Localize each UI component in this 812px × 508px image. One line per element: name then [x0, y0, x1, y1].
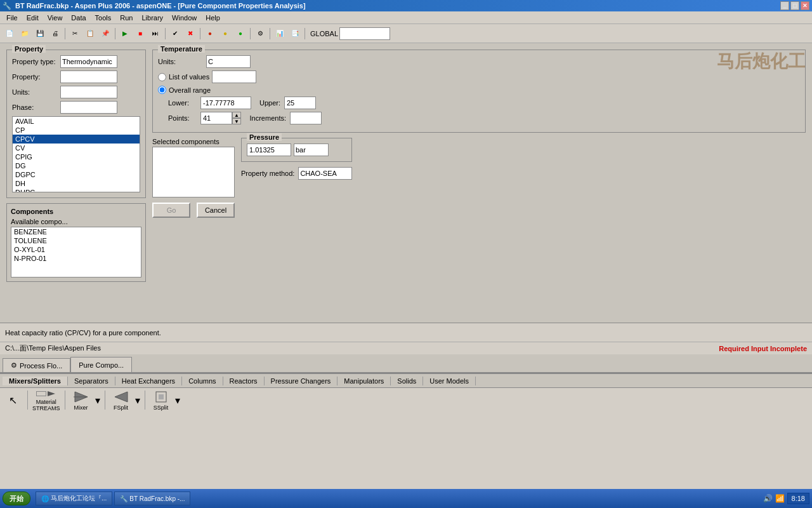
radio-overall[interactable] — [158, 86, 166, 94]
tb-red[interactable]: ● — [203, 27, 217, 41]
btab-manip[interactable]: Manipulators — [337, 377, 391, 385]
tb-cut[interactable]: ✂ — [68, 27, 82, 41]
prop-dhpc[interactable]: DHPC — [13, 188, 140, 192]
prop-cv[interactable]: CV — [13, 144, 140, 152]
list-value-input[interactable] — [212, 70, 256, 83]
units-select[interactable] — [60, 86, 117, 98]
property-select[interactable] — [60, 70, 117, 83]
comp-toluene[interactable]: TOLUENE — [11, 236, 141, 245]
menu-edit[interactable]: Edit — [23, 13, 43, 23]
taskbar-forum[interactable]: 🌐 马后炮化工论坛『... — [36, 491, 112, 505]
prop-cpcv[interactable]: CPCV — [13, 135, 140, 144]
prop-avail[interactable]: AVAIL — [13, 117, 140, 126]
cursor-tool[interactable]: ↖ — [3, 392, 23, 408]
tb-new[interactable]: 📄 — [3, 27, 16, 41]
maximize-btn[interactable]: □ — [790, 1, 799, 10]
menu-tools[interactable]: Tools — [91, 13, 115, 23]
prop-cp[interactable]: CP — [13, 126, 140, 135]
tb-open[interactable]: 📁 — [18, 27, 32, 41]
fsplit-arrow[interactable]: ▾ — [135, 394, 140, 406]
tb-check[interactable]: ✔ — [168, 27, 182, 41]
radio-list[interactable] — [158, 73, 166, 81]
tb-save[interactable]: 💾 — [33, 27, 47, 41]
phase-select[interactable] — [60, 101, 117, 114]
ssplit-arrow[interactable]: ▾ — [175, 394, 180, 406]
btab-reactors[interactable]: Reactors — [223, 377, 265, 385]
points-down[interactable]: ▼ — [232, 118, 241, 124]
right-column: Temperature Units: C F K R List of value… — [152, 50, 806, 282]
prop-cpig[interactable]: CPIG — [13, 152, 140, 161]
btab-user[interactable]: User Models — [423, 377, 476, 385]
comp-npro[interactable]: N-PRO-01 — [11, 254, 141, 263]
temp-units-label: Units: — [158, 58, 202, 65]
taskbar-aspen[interactable]: 🔧 BT RadFrac.bkp -... — [114, 491, 190, 505]
action-buttons: Go Cancel — [152, 203, 806, 218]
radio-list-row: List of values — [158, 70, 800, 83]
tb-cross[interactable]: ✖ — [183, 27, 197, 41]
pressure-input[interactable] — [247, 144, 291, 156]
menu-help[interactable]: Help — [202, 13, 224, 23]
menu-window[interactable]: Window — [168, 13, 200, 23]
btab-heat-ex[interactable]: Heat Exchangers — [115, 377, 182, 385]
tb-print[interactable]: 🖨 — [48, 27, 62, 41]
material-streams-tool[interactable]: MaterialSTREAMS — [32, 389, 60, 411]
tb-results[interactable]: 📊 — [273, 27, 287, 41]
comp-benzene[interactable]: BENZENE — [11, 227, 141, 236]
points-input[interactable] — [200, 112, 232, 124]
tb-stop[interactable]: ■ — [133, 27, 147, 41]
svg-marker-0 — [48, 391, 55, 396]
start-button[interactable]: 开始 — [3, 491, 30, 505]
tab-pure-comp[interactable]: Pure Compo... — [70, 357, 132, 372]
fsplit-tool[interactable]: FSplit — [110, 389, 133, 411]
property-listbox[interactable]: AVAIL CP CPCV CV CPIG DG DGPC DH DHPC DH… — [12, 116, 140, 192]
temp-units-select[interactable]: C F K R — [206, 55, 251, 68]
cursor-icon: ↖ — [5, 392, 20, 408]
increments-input[interactable] — [290, 112, 322, 124]
prop-dh[interactable]: DH — [13, 179, 140, 188]
close-btn[interactable]: ✕ — [801, 1, 809, 10]
go-button[interactable]: Go — [152, 203, 190, 218]
global-input[interactable] — [339, 27, 390, 40]
tb-settings[interactable]: ⚙ — [253, 27, 267, 41]
taskbar-items: 🌐 马后炮化工论坛『... 🔧 BT RadFrac.bkp -... — [36, 491, 190, 505]
points-up[interactable]: ▲ — [232, 112, 241, 118]
upper-input[interactable] — [284, 97, 316, 109]
lower-input[interactable] — [200, 97, 251, 109]
btab-mixers[interactable]: Mixers/Splitters — [3, 377, 68, 385]
temperature-section: Temperature Units: C F K R List of value… — [152, 50, 806, 133]
tb-yellow[interactable]: ● — [218, 27, 232, 41]
pressure-unit-select[interactable]: bar atm psi Pa — [294, 144, 329, 156]
tb-run[interactable]: ▶ — [118, 27, 132, 41]
svg-marker-3 — [115, 392, 128, 402]
comp-oxyl[interactable]: O-XYL-01 — [11, 245, 141, 254]
prop-dg[interactable]: DG — [13, 161, 140, 170]
prop-dgpc[interactable]: DGPC — [13, 170, 140, 179]
menu-run[interactable]: Run — [116, 13, 136, 23]
minimize-btn[interactable]: _ — [780, 1, 789, 10]
menu-library[interactable]: Library — [138, 13, 167, 23]
tb-step[interactable]: ⏭ — [148, 27, 162, 41]
available-components-listbox[interactable]: BENZENE TOLUENE O-XYL-01 N-PRO-01 — [11, 227, 141, 277]
tb-copy[interactable]: 📋 — [83, 27, 97, 41]
btab-separators[interactable]: Separators — [68, 377, 115, 385]
menu-file[interactable]: File — [3, 13, 22, 23]
lower-label: Lower: — [168, 99, 197, 107]
property-type-select[interactable]: Thermodynamic Transport — [60, 55, 117, 68]
selected-components-box[interactable] — [152, 147, 235, 197]
btab-columns[interactable]: Columns — [182, 377, 223, 385]
btab-pressure[interactable]: Pressure Changers — [265, 377, 338, 385]
tb-paste[interactable]: 📌 — [98, 27, 112, 41]
cancel-button[interactable]: Cancel — [197, 203, 235, 218]
tb-report[interactable]: 📑 — [288, 27, 302, 41]
global-label: GLOBAL — [310, 30, 338, 37]
tab-process-flow[interactable]: ⚙ Process Flo... — [3, 358, 70, 372]
menu-data[interactable]: Data — [67, 13, 89, 23]
tb-green[interactable]: ● — [233, 27, 247, 41]
sel-comp-label: Selected components — [152, 138, 235, 145]
btab-solids[interactable]: Solids — [391, 377, 423, 385]
mixer-arrow[interactable]: ▾ — [95, 394, 100, 406]
ssplit-tool[interactable]: SSplit — [150, 389, 173, 411]
mixer-tool[interactable]: Mixer — [70, 389, 93, 411]
prop-method-select[interactable]: CHAO-SEA IDEAL PENG-ROB RK-SOAVE — [298, 167, 352, 180]
menu-view[interactable]: View — [44, 13, 67, 23]
